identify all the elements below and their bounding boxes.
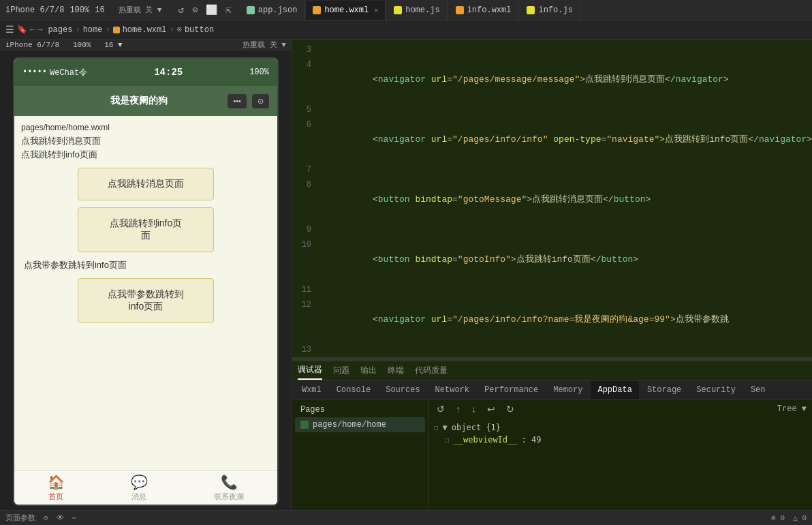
time-label: 14:25 <box>154 67 183 78</box>
tab-label-home-js: home.js <box>405 5 439 15</box>
phone-path: pages/home/home.wxml <box>21 123 270 132</box>
hotreload[interactable]: 热重载 关 ▼ <box>119 5 162 15</box>
code-line-8: 8 <button bindtap="gotoMessage">点我跳转消息页面… <box>292 177 812 222</box>
top-bar: iPhone 6/7/8 100% 16 热重载 关 ▼ ↺ ⊙ ⬜ ⇱ app… <box>0 0 812 20</box>
line-content-4: <navigator url="/pages/message/message">… <box>319 57 812 102</box>
device-label: iPhone 6/7/8 <box>5 5 64 15</box>
bottom-nav-home[interactable]: 🏠 首页 <box>48 474 65 502</box>
status-icon3[interactable]: ⋯ <box>72 513 77 522</box>
line-content-10: <button bindtap="gotoInfo">点我跳转info页面</b… <box>319 237 812 282</box>
sidebar-icon[interactable]: ☰ <box>5 24 14 35</box>
line-content-6: <navigator url="/pages/info/info" open-t… <box>319 117 812 162</box>
breadcrumb-home[interactable]: home <box>83 25 103 35</box>
phone-simulator-panel: iPhone 6/7/8 100% 16 ▼ 热重载 关 ▼ ••••• WeC… <box>0 40 292 510</box>
btn3-line2: info页面 <box>129 301 163 312</box>
tab-code-quality[interactable]: 代码质量 <box>415 362 448 379</box>
data-panel: ↺ ↑ ↓ ↩ ↻ Tree ▼ ☐ ▼ object {1} ☐ __ <box>428 400 812 510</box>
debug-tab-appdata[interactable]: AppData <box>591 381 638 399</box>
breadcrumb-button[interactable]: button <box>185 25 214 35</box>
btn2-line1: 点我跳转到info页 <box>110 217 183 228</box>
up-button[interactable]: ↑ <box>453 402 463 416</box>
code-line-11: 11 <box>292 282 812 297</box>
pages-header: Pages <box>295 402 425 417</box>
chevron3: › <box>169 25 174 35</box>
code-line-13: 13 <box>292 342 812 357</box>
tab-label-info-wxml: info.wxml <box>467 5 512 15</box>
debug-tab-storage[interactable]: Storage <box>640 381 688 399</box>
tree-arrow[interactable]: ▼ <box>443 423 448 432</box>
breadcrumb-bar: ☰ 🔖 ← → pages › home › home.wxml › ⊙ but… <box>0 20 812 40</box>
line-num-12: 12 <box>292 297 319 312</box>
phone-link1[interactable]: 点我跳转到消息页面 <box>21 135 270 147</box>
code-line-7: 7 <box>292 162 812 177</box>
bottom-nav-message[interactable]: 💬 消息 <box>131 474 148 502</box>
debug-tabs-bar: Wxml Console Sources Network Performance… <box>292 380 812 400</box>
tablet-icon[interactable]: ⬜ <box>206 4 217 16</box>
status-icon1[interactable]: ⊙ <box>44 513 48 522</box>
editor-tabs: app.json home.wxml ✕ home.js info.wxml i… <box>240 1 807 20</box>
hotreload-indicator[interactable]: 热重载 关 ▼ <box>243 40 286 50</box>
bookmark-icon[interactable]: 🔖 <box>17 25 27 35</box>
page-title: 我是夜阑的狗 <box>110 95 168 107</box>
tree-root-row: ☐ ▼ object {1} <box>434 421 807 434</box>
message-icon: 💬 <box>131 474 148 490</box>
tree-child-checkbox: ☐ <box>445 436 450 445</box>
tab-output[interactable]: 输出 <box>360 362 377 379</box>
debug-tab-security[interactable]: Security <box>689 381 743 399</box>
breadcrumb-home-wxml[interactable]: home.wxml <box>123 25 167 35</box>
line-num-11: 11 <box>292 282 319 297</box>
breadcrumb-pages[interactable]: pages <box>48 25 72 35</box>
close-icon[interactable]: ✕ <box>374 6 378 14</box>
line-num-9: 9 <box>292 222 319 237</box>
phone-bottom-nav: 🏠 首页 💬 消息 📞 联系夜澜 <box>14 470 277 505</box>
nav-dots-button[interactable]: ••• <box>228 94 247 108</box>
tab-info-wxml[interactable]: info.wxml <box>449 1 519 20</box>
btn3-line1: 点我带参数跳转到 <box>108 288 184 299</box>
pages-item-home[interactable]: pages/home/home <box>295 417 425 432</box>
debug-tab-network[interactable]: Network <box>428 381 476 399</box>
pages-item-label: pages/home/home <box>313 420 386 430</box>
tab-app-json[interactable]: app.json <box>240 1 305 20</box>
device-info: iPhone 6/7/8 100% 16 ▼ <box>5 41 123 49</box>
contact-icon: 📞 <box>221 474 238 490</box>
phone-btn1[interactable]: 点我跳转消息页面 <box>78 168 214 200</box>
device-selector[interactable]: iPhone 6/7/8 100% 16 <box>5 5 105 15</box>
phone-content: pages/home/home.wxml 点我跳转到消息页面 点我跳转到info… <box>14 116 277 470</box>
debug-tab-performance[interactable]: Performance <box>478 381 545 399</box>
nav-circle-button[interactable]: ⊙ <box>252 94 269 108</box>
bottom-nav-contact[interactable]: 📞 联系夜澜 <box>214 474 244 502</box>
refresh-icon[interactable]: ↺ <box>178 4 183 16</box>
page-params-label[interactable]: 页面参数 <box>5 513 35 523</box>
debug-tab-sen[interactable]: Sen <box>744 381 772 399</box>
tab-debugger[interactable]: 调试器 <box>298 361 322 380</box>
phone-link2[interactable]: 点我跳转到info页面 <box>21 149 270 161</box>
refresh-button[interactable]: ↺ <box>434 402 448 416</box>
debug-tab-console[interactable]: Console <box>330 381 377 399</box>
code-editor[interactable]: 3 4 <navigator url="/pages/message/messa… <box>292 40 812 360</box>
phone-btn2[interactable]: 点我跳转到info页 面 <box>78 207 214 252</box>
tab-home-wxml[interactable]: home.wxml ✕ <box>306 1 386 20</box>
debug-tab-memory[interactable]: Memory <box>546 381 589 399</box>
tab-issues[interactable]: 问题 <box>333 362 349 379</box>
debug-tab-sources[interactable]: Sources <box>379 381 426 399</box>
phone-nav-bar: 我是夜阑的狗 ••• ⊙ <box>14 86 277 116</box>
expand-icon[interactable]: ⇱ <box>225 4 231 16</box>
forward-icon[interactable]: → <box>37 25 42 35</box>
bottom-content: Pages pages/home/home ↺ ↑ ↓ ↩ ↻ Tree ▼ <box>292 400 812 510</box>
tree-value: : 49 <box>522 435 542 445</box>
redo-button[interactable]: ↻ <box>503 402 517 416</box>
undo-button[interactable]: ↩ <box>484 402 498 416</box>
tab-terminal[interactable]: 终端 <box>388 362 404 379</box>
stop-icon[interactable]: ⊙ <box>192 4 198 16</box>
phone-btn3[interactable]: 点我带参数跳转到 info页面 <box>78 278 214 323</box>
bottom-panel: 调试器 问题 输出 终端 代码质量 Wxml Console Sources N… <box>292 360 812 510</box>
back-icon[interactable]: ← <box>30 25 35 35</box>
down-button[interactable]: ↓ <box>469 402 479 416</box>
status-icon2[interactable]: 👁 <box>57 513 64 522</box>
tab-home-js[interactable]: home.js <box>387 1 447 20</box>
tab-info-js[interactable]: info.js <box>520 1 580 20</box>
nav-icons: ••• ⊙ <box>228 94 269 108</box>
tab-label-home-wxml: home.wxml <box>324 5 369 15</box>
debug-tab-wxml[interactable]: Wxml <box>295 381 328 399</box>
code-line-9: 9 <box>292 222 812 237</box>
